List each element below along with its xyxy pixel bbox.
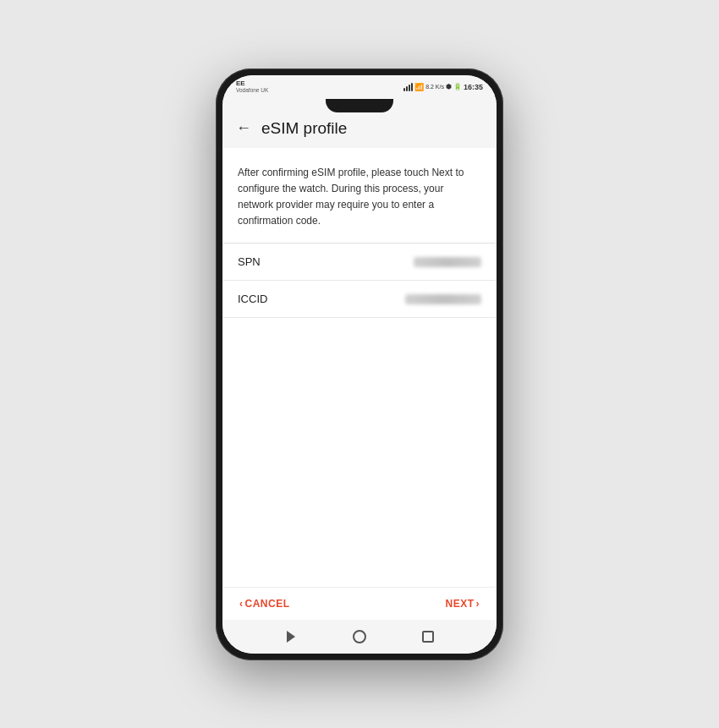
back-button[interactable]: ←: [236, 119, 251, 137]
iccid-row: ICCID: [222, 281, 497, 318]
spn-label: SPN: [238, 255, 261, 268]
spn-value: [414, 257, 481, 267]
iccid-label: ICCID: [238, 293, 267, 305]
app-header: ← eSIM profile: [222, 112, 497, 148]
cancel-chevron-icon: ‹: [239, 598, 244, 610]
time-display: 16:35: [464, 83, 483, 91]
nav-recent-button[interactable]: [420, 629, 436, 644]
iccid-value: [405, 294, 481, 304]
carrier-name: EE: [236, 79, 245, 88]
home-nav-icon: [353, 630, 366, 643]
battery-icon: 🔋: [453, 83, 462, 90]
bottom-nav: ‹ CANCEL NEXT ›: [222, 587, 497, 620]
page-title: eSIM profile: [261, 119, 347, 138]
nav-back-button[interactable]: [283, 629, 299, 644]
speed-text: 8.2 K/s: [425, 84, 444, 90]
next-label: NEXT: [445, 598, 474, 610]
main-content: After confirming eSIM profile, please to…: [222, 148, 497, 620]
cancel-button[interactable]: ‹ CANCEL: [239, 598, 290, 610]
back-nav-icon: [287, 631, 295, 643]
info-section: SPN ICCID: [222, 244, 497, 318]
status-icons: 📶 8.2 K/s ⬢ 🔋 16:35: [403, 83, 483, 91]
phone-notch: [326, 99, 393, 112]
signal-icon: [403, 83, 413, 91]
recent-nav-icon: [422, 631, 434, 643]
navigation-bar: [222, 620, 497, 654]
phone-frame: EE Vodafone UK 📶 8.2 K/s ⬢ 🔋 16:35: [216, 68, 503, 660]
next-chevron-icon: ›: [476, 598, 480, 610]
spn-row: SPN: [222, 244, 497, 281]
next-button[interactable]: NEXT ›: [445, 598, 480, 610]
phone-screen: EE Vodafone UK 📶 8.2 K/s ⬢ 🔋 16:35: [222, 75, 497, 654]
wifi-icon: 📶: [414, 83, 424, 91]
description-text: After confirming eSIM profile, please to…: [222, 148, 497, 244]
screen-content: ← eSIM profile After confirming eSIM pro…: [222, 99, 497, 620]
carrier-sub: Vodafone UK: [236, 87, 268, 94]
cancel-label: CANCEL: [245, 598, 290, 610]
status-bar: EE Vodafone UK 📶 8.2 K/s ⬢ 🔋 16:35: [222, 75, 497, 99]
carrier-info: EE Vodafone UK: [236, 79, 268, 94]
nav-home-button[interactable]: [352, 629, 367, 644]
bluetooth-icon: ⬢: [446, 83, 452, 90]
